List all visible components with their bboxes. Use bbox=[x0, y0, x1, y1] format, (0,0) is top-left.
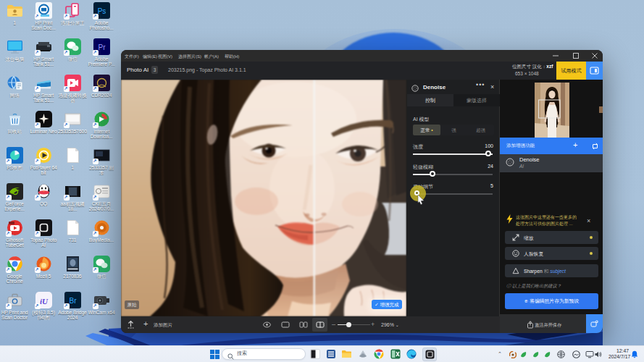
svg-text:Ps: Ps bbox=[97, 7, 106, 15]
svg-text:Pr: Pr bbox=[98, 43, 106, 51]
svg-text:Br: Br bbox=[69, 297, 77, 305]
svg-text:iU: iU bbox=[40, 297, 49, 306]
